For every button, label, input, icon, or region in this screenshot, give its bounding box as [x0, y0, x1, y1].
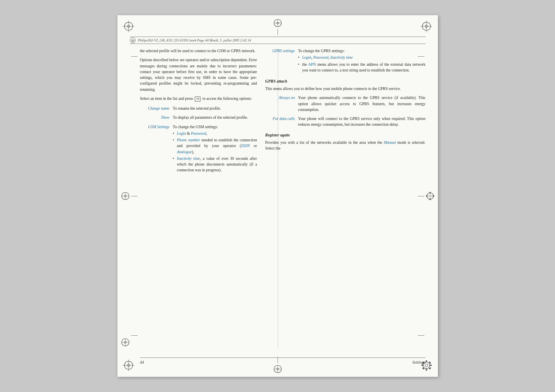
svg-rect-26	[426, 360, 427, 362]
header-text: Philips362-V2_GB_4311 255 63391.book Pag…	[138, 38, 251, 42]
ok-button-symbol: ok	[195, 97, 200, 101]
term-change-name: Change name To rename the selected profi…	[140, 106, 257, 111]
svg-point-47	[429, 195, 431, 197]
header-crosshair-icon: ⊕	[130, 37, 136, 43]
term-gsm-settings: GSM Settings To change the GSM settings:…	[140, 124, 257, 174]
gprs-bullet-2: the APN menu allows you to enter the add…	[298, 62, 426, 74]
content-area: the selected profile will be used to con…	[140, 48, 426, 348]
term-label-gprs-settings: GPRS settings	[265, 48, 298, 74]
right-column: GPRS settings To change the GPRS setting…	[263, 48, 426, 348]
term-def-always-on: Your phone automatically connects to the…	[298, 95, 426, 113]
svg-rect-29	[430, 365, 432, 366]
side-decoration-ml	[120, 190, 131, 202]
gsm-bullet-3: Inactivity time, a value of over 30 seco…	[173, 156, 257, 173]
select-item-paragraph: Select an item in the list and press ok …	[140, 96, 257, 101]
side-decoration-mr	[424, 190, 436, 202]
term-def-gprs-settings: To change the GPRS settings: Login, Pass…	[298, 48, 426, 74]
corner-decoration-tl	[122, 19, 136, 34]
footer-section-title: Settings	[412, 360, 426, 364]
term-label-data-calls: For data calls	[265, 116, 298, 128]
side-decoration-tm	[272, 17, 283, 29]
term-label-show: Show	[140, 115, 173, 120]
reg-line-left-mid	[131, 196, 138, 196]
term-def-show: To display all parameters of the selecte…	[173, 115, 257, 120]
header-bar: ⊕ Philips362-V2_GB_4311 255 63391.book P…	[130, 37, 426, 44]
svg-point-46	[427, 193, 433, 199]
term-def-change-name: To rename the selected profile.	[173, 106, 257, 111]
term-def-data-calls: Your phone will connect to the GPRS serv…	[298, 116, 426, 128]
page-container: ⊕ Philips362-V2_GB_4311 255 63391.book P…	[0, 0, 555, 392]
register-again-text: Provides you with a list of the networks…	[265, 140, 426, 152]
svg-rect-51	[433, 196, 434, 197]
register-again-heading: Register again	[265, 132, 426, 138]
corner-decoration-bl	[122, 358, 136, 373]
book-page: ⊕ Philips362-V2_GB_4311 255 63391.book P…	[117, 15, 438, 377]
svg-rect-28	[421, 365, 424, 366]
svg-rect-49	[429, 198, 431, 200]
corner-decoration-tr	[419, 19, 434, 34]
reg-line-left-bot	[131, 335, 138, 336]
term-def-gsm: To change the GSM settings: Login & Pass…	[173, 124, 257, 174]
left-column: the selected profile will be used to con…	[140, 48, 263, 348]
gprs-attach-heading: GPRS attach	[265, 78, 426, 84]
reg-line-top-center	[277, 29, 278, 35]
intro-paragraph: the selected profile will be used to con…	[140, 48, 257, 54]
term-label-always-on: Always on	[265, 95, 298, 113]
side-decoration-bm	[272, 363, 283, 375]
gsm-bullet-1: Login & Password,	[173, 131, 257, 136]
term-label-gsm: GSM Settings	[140, 124, 173, 174]
gprs-bullet-1: Login, Password, Inactivity time	[298, 55, 426, 60]
gsm-bullet-2: Phone number needed to establish the con…	[173, 137, 257, 155]
term-show: Show To display all parameters of the se…	[140, 115, 257, 120]
term-label-change-name: Change name	[140, 106, 173, 111]
svg-rect-50	[426, 196, 428, 197]
term-always-on: Always on Your phone automatically conne…	[265, 95, 426, 113]
options-paragraph: Options described below are operator and…	[140, 57, 257, 92]
svg-rect-27	[426, 369, 427, 371]
term-for-data-calls: For data calls Your phone will connect t…	[265, 116, 426, 128]
page-footer: 44 Settings	[140, 357, 426, 364]
side-decoration-ll	[120, 337, 131, 348]
term-gprs-settings: GPRS settings To change the GPRS setting…	[265, 48, 426, 74]
svg-rect-48	[429, 192, 431, 194]
reg-line-left-top	[131, 56, 138, 57]
page-number: 44	[140, 360, 144, 364]
gprs-attach-intro: This menu allows you to define how your …	[265, 86, 426, 92]
